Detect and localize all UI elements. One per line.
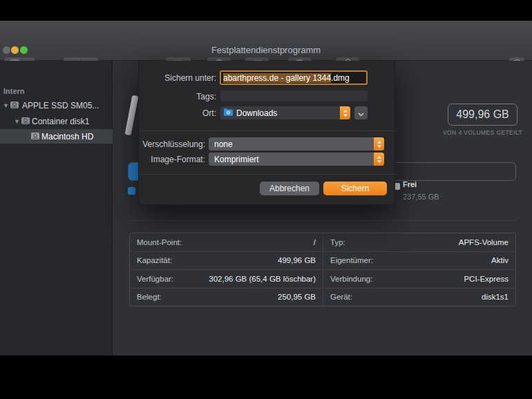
table-row: Verbindung: PCI-Express bbox=[323, 270, 515, 289]
encryption-value: none bbox=[209, 139, 233, 149]
sidebar: Intern ▼ APPLE SSD SM05... ▼ Container d… bbox=[0, 61, 113, 356]
sidebar-section-internal: Intern bbox=[3, 87, 25, 95]
ssd-volume-icon bbox=[125, 95, 139, 136]
row-value: disk1s1 bbox=[482, 293, 509, 301]
legend-free-label: Frei bbox=[403, 180, 417, 188]
row-label: Verfügbar: bbox=[137, 275, 173, 283]
legend-used-chip bbox=[128, 187, 135, 195]
divider bbox=[139, 174, 396, 175]
sidebar-item-apple-ssd[interactable]: ▼ APPLE SSD SM05... bbox=[0, 98, 113, 113]
save-as-label: Sichern unter: bbox=[139, 73, 216, 83]
popup-updown-icon bbox=[340, 106, 350, 119]
row-value: 302,96 GB (65,4 GB löschbar) bbox=[209, 275, 316, 283]
tags-label: Tags: bbox=[139, 92, 216, 101]
table-row: Typ: APFS-Volume bbox=[323, 233, 515, 252]
filename-field[interactable]: abarthpress.de - gallery 1344.dmg bbox=[220, 70, 368, 85]
filename-selected-text: abarthpress.de - gallery 1344 bbox=[223, 73, 331, 83]
disk-icon bbox=[30, 132, 40, 142]
row-value: / bbox=[314, 238, 316, 246]
divider bbox=[139, 130, 396, 131]
table-row: Verfügbar: 302,96 GB (65,4 GB löschbar) bbox=[130, 270, 323, 289]
window-title: Festplattendienstprogramm bbox=[0, 45, 532, 55]
save-dialog-sheet: Sichern unter: abarthpress.de - gallery … bbox=[138, 61, 395, 205]
popup-updown-icon bbox=[374, 153, 384, 166]
divider bbox=[128, 220, 516, 221]
sidebar-item-label: Macintosh HD bbox=[41, 132, 93, 142]
legend-free-value: 237,55 GB bbox=[403, 193, 439, 201]
table-row: Belegt: 250,95 GB bbox=[130, 289, 323, 306]
table-row: Mount-Point: / bbox=[130, 233, 323, 252]
sidebar-item-macintosh-hd[interactable]: Macintosh HD bbox=[0, 129, 113, 144]
row-value: PCI-Express bbox=[464, 275, 509, 283]
row-label: Belegt: bbox=[137, 293, 162, 301]
location-value: Downloads bbox=[234, 108, 277, 118]
disclosure-triangle-icon[interactable]: ▼ bbox=[3, 102, 9, 109]
image-format-value: Komprimiert bbox=[209, 155, 259, 164]
save-button[interactable]: Sichern bbox=[323, 182, 387, 195]
volumes-shared-caption: VON 4 VOLUMES GETEILT bbox=[429, 129, 532, 136]
volume-details-table: Mount-Point: / Kapazität: 499,96 GB Verf… bbox=[129, 233, 516, 306]
row-value: APFS-Volume bbox=[459, 238, 509, 246]
image-format-popup[interactable]: Komprimiert bbox=[209, 153, 384, 166]
disclosure-triangle-icon[interactable]: ▼ bbox=[14, 118, 20, 125]
row-label: Verbindung: bbox=[330, 275, 372, 283]
row-label: Eigentümer: bbox=[330, 256, 373, 264]
screen: Festplattendienstprogramm Darstellung + … bbox=[0, 0, 532, 399]
sidebar-item-label: Container disk1 bbox=[32, 117, 89, 126]
tags-input[interactable] bbox=[220, 90, 368, 101]
details-right-column: Typ: APFS-Volume Eigentümer: Aktiv Verbi… bbox=[323, 233, 515, 306]
titlebar-toolbar: Festplattendienstprogramm Darstellung + … bbox=[0, 21, 532, 61]
disk-icon bbox=[10, 101, 19, 111]
row-value: Aktiv bbox=[491, 256, 509, 264]
table-row: Kapazität: 499,96 GB bbox=[130, 252, 323, 271]
location-popup[interactable]: Downloads bbox=[220, 106, 350, 119]
table-row: Gerät: disk1s1 bbox=[323, 289, 515, 306]
row-value: 499,96 GB bbox=[278, 256, 316, 264]
table-row: Eigentümer: Aktiv bbox=[323, 252, 515, 271]
sidebar-item-container-disk1[interactable]: ▼ Container disk1 bbox=[0, 114, 113, 129]
encryption-label: Verschlüsselung: bbox=[139, 139, 205, 149]
disk-icon bbox=[21, 117, 30, 127]
encryption-popup[interactable]: none bbox=[209, 137, 384, 150]
cancel-button[interactable]: Abbrechen bbox=[260, 182, 319, 195]
row-label: Mount-Point: bbox=[137, 238, 182, 246]
details-left-column: Mount-Point: / Kapazität: 499,96 GB Verf… bbox=[130, 233, 323, 306]
expand-dialog-button[interactable] bbox=[354, 106, 368, 119]
sidebar-item-label: APPLE SSD SM05... bbox=[22, 101, 99, 110]
row-label: Typ: bbox=[330, 238, 345, 246]
filename-extension-text: .dmg bbox=[331, 73, 350, 83]
location-label: Ort: bbox=[139, 108, 216, 118]
image-format-label: Image-Format: bbox=[139, 155, 205, 164]
chevron-down-icon bbox=[358, 107, 364, 119]
downloads-folder-icon bbox=[223, 108, 234, 118]
row-label: Kapazität: bbox=[137, 256, 172, 264]
popup-updown-icon bbox=[374, 137, 384, 150]
total-size-badge: 499,96 GB bbox=[448, 104, 517, 126]
row-label: Gerät: bbox=[330, 293, 352, 301]
row-value: 250,95 GB bbox=[278, 293, 316, 301]
